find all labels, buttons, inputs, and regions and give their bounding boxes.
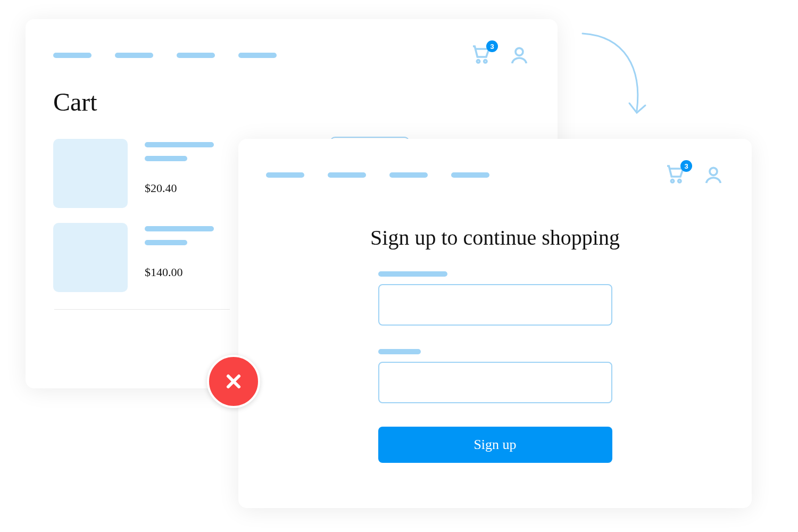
nav-item-placeholder[interactable] bbox=[328, 172, 366, 178]
product-thumbnail[interactable] bbox=[53, 223, 128, 292]
svg-point-5 bbox=[710, 168, 717, 175]
svg-point-3 bbox=[671, 180, 674, 182]
user-icon[interactable] bbox=[703, 164, 724, 186]
cart-badge: 3 bbox=[680, 160, 692, 172]
nav-icons: 3 bbox=[470, 44, 530, 67]
nav-item-placeholder[interactable] bbox=[266, 172, 304, 178]
signup-button[interactable]: Sign up bbox=[378, 427, 612, 463]
nav-links-placeholder bbox=[53, 53, 277, 58]
svg-point-0 bbox=[477, 60, 479, 63]
product-thumbnail[interactable] bbox=[53, 139, 128, 208]
product-subtitle-placeholder bbox=[145, 156, 187, 161]
signup-form: Sign up bbox=[378, 271, 612, 463]
cart-badge: 3 bbox=[486, 40, 498, 52]
cart-button[interactable]: 3 bbox=[470, 44, 494, 67]
divider bbox=[54, 309, 230, 310]
user-icon[interactable] bbox=[509, 45, 530, 66]
error-indicator bbox=[207, 355, 260, 408]
svg-point-4 bbox=[678, 180, 681, 182]
field-label-placeholder bbox=[378, 349, 421, 354]
signup-screen-card: 3 Sign up to continue shopping Sign up bbox=[238, 139, 752, 508]
cart-button[interactable]: 3 bbox=[664, 163, 688, 187]
product-title-placeholder bbox=[145, 226, 214, 231]
signup-field-1[interactable] bbox=[378, 284, 612, 326]
nav-item-placeholder[interactable] bbox=[115, 53, 153, 58]
signup-field-2[interactable] bbox=[378, 362, 612, 403]
product-title-placeholder bbox=[145, 142, 214, 147]
svg-point-2 bbox=[516, 48, 523, 55]
close-icon bbox=[223, 371, 244, 392]
nav-item-placeholder[interactable] bbox=[238, 53, 277, 58]
top-nav: 3 bbox=[53, 43, 530, 68]
flow-arrow-icon bbox=[577, 26, 652, 124]
top-nav: 3 bbox=[266, 162, 724, 188]
svg-point-1 bbox=[484, 60, 487, 63]
product-meta: $140.00 bbox=[145, 223, 214, 279]
nav-links-placeholder bbox=[266, 172, 489, 178]
nav-item-placeholder[interactable] bbox=[389, 172, 428, 178]
nav-item-placeholder[interactable] bbox=[451, 172, 489, 178]
unit-price: $20.40 bbox=[145, 181, 214, 195]
nav-item-placeholder[interactable] bbox=[53, 53, 92, 58]
field-label-placeholder bbox=[378, 271, 447, 277]
nav-item-placeholder[interactable] bbox=[177, 53, 215, 58]
nav-icons: 3 bbox=[664, 163, 724, 187]
signup-heading: Sign up to continue shopping bbox=[266, 225, 724, 250]
unit-price: $140.00 bbox=[145, 265, 214, 279]
page-title: Cart bbox=[53, 87, 530, 117]
product-meta: $20.40 bbox=[145, 139, 214, 195]
product-subtitle-placeholder bbox=[145, 240, 187, 245]
